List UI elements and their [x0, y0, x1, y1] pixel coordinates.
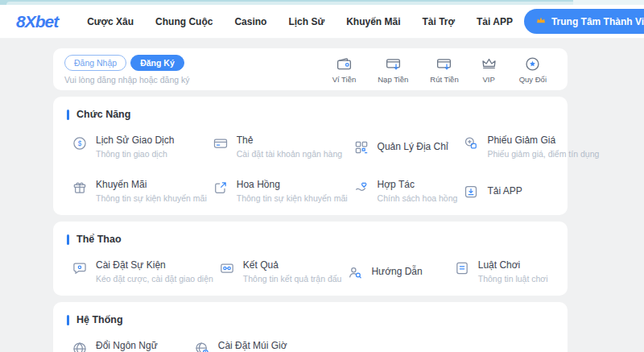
nav-item-casino[interactable]: Casino [234, 16, 266, 27]
quick-action-vi-tien[interactable]: Ví Tiền [332, 56, 357, 84]
event-settings-icon [72, 260, 88, 276]
section-title: Thể Thao [76, 234, 122, 245]
guide-person-icon [347, 264, 363, 280]
gift-icon [72, 180, 88, 196]
section-header: Thể Thao [67, 234, 555, 245]
menu-item-cai-dat-mui-gio[interactable]: Cài Đặt Múi Giờ GMT+07:00 [188, 330, 311, 352]
menu-item-subtitle: Phiếu giảm giá, điểm tín dụng [487, 149, 599, 159]
menu-item-cai-dat-su-kien[interactable]: Cài Đặt Sự Kiện Kéo đặt cược, cài đặt gi… [66, 250, 213, 294]
browser-top-strip-inner [6, 2, 605, 5]
menu-item-khuyen-mai[interactable]: Khuyến Mãi Thông tin sự kiện khuyến mãi [66, 169, 207, 213]
menu-item-label: Quản Lý Địa Chỉ [378, 141, 448, 152]
card-login-button[interactable]: Đăng Nhập [64, 55, 126, 71]
wallet-icon [336, 56, 353, 72]
quick-action-label: VIP [483, 75, 495, 84]
member-center-button[interactable]: Trung Tâm Thành Viên [524, 9, 644, 34]
member-crown-icon [535, 14, 547, 28]
exchange-icon [524, 56, 541, 72]
section-accent-bar [67, 234, 69, 245]
menu-item-subtitle: Thông tin kết quả trận đấu [243, 274, 342, 284]
nav-item-lich-su[interactable]: Lịch Sử [288, 16, 324, 27]
menu-item-huong-dan[interactable]: Hướng Dẫn [341, 250, 448, 294]
timezone-clock-icon [194, 341, 210, 352]
partner-heart-icon [353, 180, 369, 196]
section-title: Chức Năng [76, 109, 130, 120]
section-title: Hệ Thống [76, 314, 123, 325]
download-app-icon [463, 184, 479, 200]
sections-container: Chức Năng $ Lịch Sử Giao Dịch Thông tin … [53, 97, 644, 352]
deposit-icon [385, 56, 402, 72]
menu-item-quan-ly-dia-chi[interactable]: Quản Lý Địa Chỉ [348, 125, 458, 169]
quick-action-label: Ví Tiền [332, 75, 357, 84]
menu-item-subtitle: Thông tin luật chơi [478, 274, 548, 284]
section-items: $ Lịch Sử Giao Dịch Thông tin giao dịch … [66, 125, 555, 213]
menu-item-ket-qua[interactable]: Kết Quả Thông tin kết quả trận đấu [213, 250, 342, 294]
menu-item-subtitle: Thông tin giao dịch [96, 149, 174, 159]
menu-item-label: Hướng Dẫn [371, 266, 422, 277]
quick-action-nap-tien[interactable]: Nạp Tiền [378, 56, 408, 84]
account-login-area: Đăng Nhập Đăng Ký Vui lòng đăng nhập hoặ… [64, 55, 190, 85]
quick-actions: Ví Tiền Nạp Tiền Rút Tiền VIP Quy Đổi [332, 56, 547, 84]
menu-item-luat-choi[interactable]: Luật Chơi Thông tin luật chơi [448, 250, 555, 294]
card-register-button[interactable]: Đăng Ký [130, 55, 184, 71]
section-card-he-thong: Hệ Thống Đổi Ngôn Ngữ Tiếng Việt Cài Đặt… [53, 302, 568, 352]
svg-text:$: $ [78, 139, 82, 147]
globe-icon [72, 341, 88, 352]
menu-item-phieu-giam-gia[interactable]: Phiếu Giảm Giá Phiếu giảm giá, điểm tín … [457, 125, 599, 169]
menu-item-doi-ngon-ngu[interactable]: Đổi Ngôn Ngữ Tiếng Việt [66, 330, 188, 352]
menu-item-label: Hợp Tác [378, 179, 458, 190]
quick-action-rut-tien[interactable]: Rút Tiền [430, 56, 458, 84]
nav-item-tai-app[interactable]: Tải APP [477, 16, 513, 27]
nav-item-chung-cuoc[interactable]: Chung Cuộc [155, 16, 213, 27]
login-hint-text: Vui lòng đăng nhập hoặc đăng ký [64, 75, 190, 85]
menu-item-subtitle: Thông tin sự kiện khuyến mãi [237, 193, 348, 203]
section-accent-bar [67, 110, 69, 120]
section-card-the-thao: Thể Thao Cài Đặt Sự Kiện Kéo đặt cược, c… [53, 222, 568, 296]
nav-item-tai-tro[interactable]: Tài Trợ [422, 16, 455, 27]
menu-item-subtitle: Thông tin sự kiện khuyến mãi [96, 193, 207, 203]
menu-item-label: Cài Đặt Sự Kiện [96, 259, 213, 271]
menu-item-the[interactable]: Thẻ Cài đặt tài khoản ngân hàng [207, 125, 348, 169]
quick-action-label: Rút Tiền [430, 75, 458, 84]
quick-action-label: Quy Đổi [519, 75, 547, 84]
section-header: Chức Năng [67, 109, 555, 120]
section-items: Đổi Ngôn Ngữ Tiếng Việt Cài Đặt Múi Giờ … [66, 330, 555, 352]
menu-item-tai-app[interactable]: Tải APP [457, 169, 599, 213]
menu-item-hop-tac[interactable]: Hợp Tác Chính sách hoa hồng [348, 169, 458, 213]
navbar: 8Xbet Cược XâuChung CuộcCasinoLịch SửKhu… [0, 5, 644, 39]
rules-doc-icon [454, 260, 470, 276]
quick-action-quy-doi[interactable]: Quy Đổi [519, 56, 547, 84]
coupon-icon [463, 135, 479, 151]
browser-top-strip-corner [573, 0, 644, 5]
menu-item-label: Đổi Ngôn Ngữ [96, 340, 158, 351]
bank-card-icon [213, 135, 229, 151]
section-header: Hệ Thống [67, 314, 555, 325]
section-items: Cài Đặt Sự Kiện Kéo đặt cược, cài đặt gi… [66, 250, 555, 294]
menu-item-hoa-hong[interactable]: Hoa Hồng Thông tin sự kiện khuyến mãi [207, 169, 348, 213]
quick-action-label: Nạp Tiền [378, 75, 408, 84]
brand-logo[interactable]: 8Xbet [16, 12, 58, 31]
menu-item-label: Kết Quả [243, 259, 342, 271]
menu-item-label: Phiếu Giảm Giá [487, 135, 599, 146]
menu-item-label: Hoa Hồng [237, 179, 348, 190]
nav-item-khuyen-mai[interactable]: Khuyến Mãi [346, 16, 400, 27]
withdraw-icon [436, 56, 452, 72]
account-pills: Đăng Nhập Đăng Ký [64, 55, 190, 71]
vip-crown-icon [481, 56, 497, 72]
nav-menu: Cược XâuChung CuộcCasinoLịch SửKhuyến Mã… [87, 16, 513, 27]
menu-item-lich-su-giao-dich[interactable]: $ Lịch Sử Giao Dịch Thông tin giao dịch [66, 125, 207, 169]
menu-item-label: Tải APP [487, 185, 522, 197]
member-center-content: Đăng Nhập Đăng Ký Vui lòng đăng nhập hoặ… [0, 39, 644, 352]
menu-item-label: Khuyến Mãi [96, 179, 207, 190]
menu-item-subtitle: Cài đặt tài khoản ngân hàng [237, 149, 342, 159]
member-center-label: Trung Tâm Thành Viên [551, 16, 644, 27]
nav-item-cuoc-xau[interactable]: Cược Xâu [87, 16, 134, 27]
share-arrow-icon [213, 180, 229, 196]
menu-item-label: Lịch Sử Giao Dịch [96, 135, 174, 146]
address-grid-icon [353, 139, 369, 155]
menu-item-subtitle: Chính sách hoa hồng [378, 193, 458, 203]
quick-action-vip[interactable]: VIP [481, 56, 497, 84]
scoreboard-icon [219, 260, 235, 276]
section-card-chuc-nang: Chức Năng $ Lịch Sử Giao Dịch Thông tin … [53, 97, 568, 215]
menu-item-label: Luật Chơi [478, 259, 548, 271]
